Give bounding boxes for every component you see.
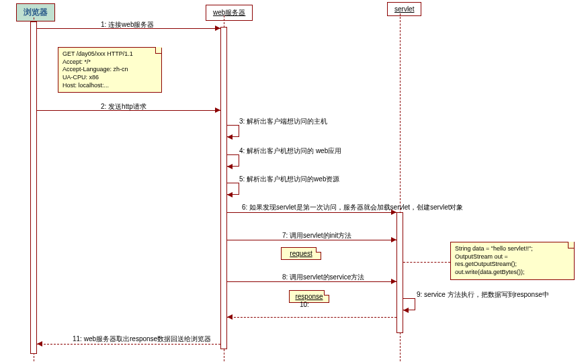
note-http-l2: Accept: */*: [62, 58, 157, 66]
msg9-head: [403, 308, 409, 313]
note-code-l3: out.write(data.getBytes());: [455, 269, 570, 277]
msg10-head: [227, 314, 233, 320]
note-code-l1: String data = "hello servlet!!";: [455, 245, 570, 253]
obj-response: response: [289, 290, 329, 303]
msg6-label: 6: 如果发现servlet是第一次访问，服务器就会加载servlet，创建se…: [242, 203, 463, 212]
note-http-l4: UA-CPU: x86: [62, 74, 157, 82]
msg1-arrow: [37, 28, 220, 29]
msg5-label: 5: 解析出客户机想访问的web资源: [239, 175, 339, 184]
activation-servlet: [396, 212, 403, 333]
note-http-l1: GET /day05/xxx HTTP/1.1: [62, 50, 157, 58]
note-http: GET /day05/xxx HTTP/1.1 Accept: */* Acce…: [58, 47, 162, 93]
msg8-label: 8: 调用servlet的service方法: [282, 273, 364, 282]
msg2-arrow: [37, 110, 220, 111]
msg6-arrow: [227, 212, 396, 213]
actor-browser: 浏览器: [16, 3, 55, 21]
note-code: String data = "hello servlet!!"; OutputS…: [450, 242, 575, 280]
msg6-head: [391, 210, 396, 215]
msg4-label: 4: 解析出客户机想访问的 web应用: [239, 146, 341, 156]
note-http-l5: Host: localhost:...: [62, 82, 157, 90]
msg2-head: [215, 107, 220, 113]
msg8-arrow: [227, 281, 396, 282]
msg4-head: [227, 164, 233, 169]
msg7-arrow: [227, 240, 396, 240]
activation-webserver: [220, 27, 227, 349]
msg9-label: 9: service 方法执行，把数据写到response中: [417, 290, 549, 300]
actor-webserver: web服务器: [206, 5, 253, 21]
msg3-label: 3: 解析出客户端想访问的主机: [239, 117, 327, 126]
msg8-head: [391, 279, 396, 284]
msg11-label: 11: web服务器取出response数据回送给浏览器: [73, 334, 211, 344]
obj-request: request: [281, 247, 321, 260]
msg1-head: [215, 26, 220, 31]
msg3-head: [227, 134, 233, 140]
msg10-label: 10:: [300, 301, 309, 308]
obj-request-label: request: [290, 250, 312, 257]
activation-browser: [30, 21, 37, 354]
msg11-head: [37, 341, 42, 347]
msg5-head: [227, 192, 233, 197]
note-http-l3: Accept-Language: zh-cn: [62, 66, 157, 74]
actor-servlet: servlet: [387, 2, 421, 16]
msg11-arrow: [37, 344, 220, 345]
msg7-label: 7: 调用servlet的init方法: [282, 231, 351, 240]
msg7-head: [391, 237, 396, 242]
msg10-arrow: [227, 317, 396, 318]
note-code-l2: OutputStream out = res.getOutputStream()…: [455, 253, 570, 269]
note-code-link: [403, 262, 450, 263]
obj-response-label: response: [295, 293, 323, 300]
